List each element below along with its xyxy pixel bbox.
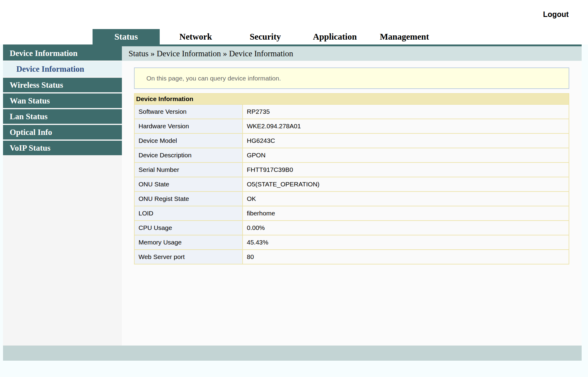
row-value: RP2735	[243, 104, 569, 119]
sidebar-item-voip-status[interactable]: VoIP Status	[3, 141, 122, 155]
row-label: Software Version	[134, 104, 243, 119]
table-row: Software Version RP2735	[134, 104, 569, 119]
sidebar: Device Information Device Information Wi…	[3, 46, 122, 346]
row-value: HG6243C	[243, 133, 569, 148]
nav-tab-security[interactable]: Security	[232, 29, 299, 44]
page-bottom-band	[0, 361, 588, 377]
row-label: CPU Usage	[134, 221, 243, 235]
table-row: Hardware Version WKE2.094.278A01	[134, 119, 569, 133]
table-row: Serial Number FHTT917C39B0	[134, 162, 569, 177]
row-value: 80	[243, 250, 569, 264]
info-banner-text: On this page, you can query device infor…	[146, 75, 281, 82]
footer-bar	[3, 346, 582, 361]
row-label: Device Model	[134, 133, 243, 148]
table-row: Web Server port 80	[134, 250, 569, 264]
row-value: GPON	[243, 148, 569, 162]
row-value: WKE2.094.278A01	[243, 119, 569, 133]
breadcrumb: Status » Device Information » Device Inf…	[122, 46, 582, 61]
table-row: Device Description GPON	[134, 148, 569, 162]
main-nav: Status Network Security Application Mana…	[93, 29, 440, 44]
sidebar-item-wireless-status[interactable]: Wireless Status	[3, 78, 122, 92]
nav-tab-application[interactable]: Application	[301, 29, 368, 44]
row-label: ONU State	[134, 177, 243, 192]
info-banner: On this page, you can query device infor…	[134, 67, 569, 89]
sidebar-item-lan-status[interactable]: Lan Status	[3, 109, 122, 124]
table-title-row: Device Information	[134, 93, 569, 104]
nav-tab-network[interactable]: Network	[162, 29, 229, 44]
row-label: Web Server port	[134, 250, 243, 264]
table-row: Memory Usage 45.43%	[134, 235, 569, 250]
row-value: OK	[243, 192, 569, 206]
row-label: Memory Usage	[134, 235, 243, 250]
row-value: O5(STATE_OPERATION)	[243, 177, 569, 192]
row-value: 0.00%	[243, 221, 569, 235]
row-value: 45.43%	[243, 235, 569, 250]
nav-tab-management[interactable]: Management	[371, 29, 438, 44]
sidebar-item-wan-status[interactable]: Wan Status	[3, 93, 122, 108]
nav-tab-status[interactable]: Status	[93, 29, 160, 44]
content-panel: Status » Device Information » Device Inf…	[122, 46, 582, 346]
row-label: LOID	[134, 206, 243, 221]
logout-link[interactable]: Logout	[543, 10, 569, 19]
table-title: Device Information	[134, 93, 569, 104]
table-row: CPU Usage 0.00%	[134, 221, 569, 235]
row-label: ONU Regist State	[134, 192, 243, 206]
table-row: LOID fiberhome	[134, 206, 569, 221]
sidebar-item-device-information[interactable]: Device Information	[3, 61, 122, 77]
row-label: Serial Number	[134, 162, 243, 177]
main-area: Device Information Device Information Wi…	[3, 46, 582, 346]
sidebar-group-device-information[interactable]: Device Information	[3, 46, 122, 61]
device-info-table: Device Information Software Version RP27…	[134, 93, 569, 264]
content-inner: On this page, you can query device infor…	[122, 61, 582, 264]
row-value: FHTT917C39B0	[243, 162, 569, 177]
page-header: Logout Status Network Security Applicati…	[0, 0, 588, 44]
row-label: Device Description	[134, 148, 243, 162]
row-value: fiberhome	[243, 206, 569, 221]
table-row: ONU Regist State OK	[134, 192, 569, 206]
table-row: ONU State O5(STATE_OPERATION)	[134, 177, 569, 192]
table-row: Device Model HG6243C	[134, 133, 569, 148]
row-label: Hardware Version	[134, 119, 243, 133]
sidebar-item-optical-info[interactable]: Optical Info	[3, 125, 122, 139]
